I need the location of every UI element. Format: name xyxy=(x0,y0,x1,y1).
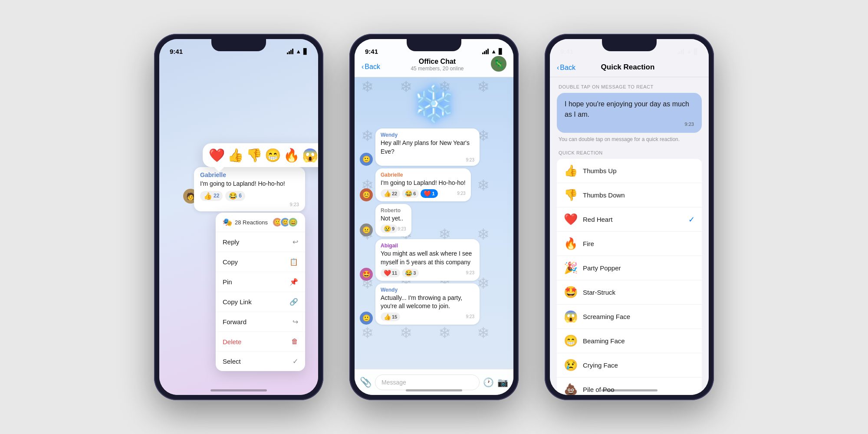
qr-item-redheart[interactable]: ❤️ Red Heart ✓ xyxy=(557,207,702,232)
menu-forward[interactable]: Forward ↪ xyxy=(216,312,305,332)
signal-bars-2 xyxy=(482,49,489,54)
attach-icon[interactable]: 📎 xyxy=(360,377,372,388)
reactions-roberto: 😢9 xyxy=(381,224,398,233)
back-button-3[interactable]: ‹ Back xyxy=(557,64,575,72)
menu-copylink[interactable]: Copy Link 🔗 xyxy=(216,292,305,312)
reaction-heart-a[interactable]: ❤️11 xyxy=(381,269,400,277)
label-scream: Screaming Face xyxy=(583,313,630,320)
reaction-thumbsdown[interactable]: 👎 xyxy=(246,148,262,163)
emoji-fire: 🔥 xyxy=(564,237,578,250)
avatar-abigail: 🤩 xyxy=(360,268,373,281)
avatar-roberto: 😐 xyxy=(360,224,373,237)
check-icon-heart: ✓ xyxy=(688,215,695,224)
label-starstruck: Star-Struck xyxy=(583,289,615,296)
status-icons-2: ▲ ▊ xyxy=(482,48,503,55)
emoji-picker[interactable]: ❤️ 👍 👎 😁 🔥 😱 ⚡ xyxy=(203,143,318,167)
msg-group: Wendy Hey all! Any plans for New Year's … xyxy=(375,128,480,166)
reactions-wendy-2: 👍15 xyxy=(381,312,400,321)
reaction-grin[interactable]: 😁 xyxy=(265,148,281,163)
reaction-scream[interactable]: 😱 xyxy=(302,148,318,163)
reaction-fire[interactable]: 🔥 xyxy=(283,148,299,163)
chat-messages: ❄️ 🙂 Wendy Hey all! Any plans for New Ye… xyxy=(355,77,513,369)
reaction-badge-thumbsup[interactable]: 👍22 xyxy=(200,191,223,201)
clock-icon[interactable]: 🕐 xyxy=(483,377,494,388)
context-menu: 🎭 28 Reactions 🙂 😊 😀 Reply ↩ Copy 📋 xyxy=(216,213,305,371)
chat-title-group: Office Chat 45 members, 20 online xyxy=(384,58,491,72)
menu-select-label: Select xyxy=(223,358,241,365)
reaction-thumbsup-g[interactable]: 👍22 xyxy=(381,189,400,198)
emoji-thumbsdown: 👎 xyxy=(564,188,578,202)
phone-1-screen: 9:41 ▲ ▊ ❤️ 👍 👎 😁 🔥 xyxy=(159,39,318,395)
qr-item-scream[interactable]: 😱 Screaming Face xyxy=(557,305,702,329)
reactions-row[interactable]: 🎭 28 Reactions 🙂 😊 😀 xyxy=(216,213,305,232)
menu-copylink-label: Copy Link xyxy=(223,298,252,306)
reaction-thumbsup-w[interactable]: 👍15 xyxy=(381,312,400,321)
label-thumbsdown: Thumbs Down xyxy=(583,191,625,199)
emoji-thumbsup: 👍 xyxy=(564,164,578,178)
chat-name: Office Chat xyxy=(384,58,491,66)
menu-reply-label: Reply xyxy=(223,238,239,246)
msg-bubble-abigail: Abigail You might as well ask where I se… xyxy=(375,239,480,280)
phone-2: ❄❄❄❄ ❄❄❄❄ ❄❄❄❄ ❄❄❄❄ ❄❄❄❄ ❄❄❄❄ ‹ Back Off… xyxy=(349,34,519,400)
chat-avatar[interactable]: 🦎 xyxy=(491,56,506,72)
chat-subtitle: 45 members, 20 online xyxy=(384,66,491,72)
menu-copy[interactable]: Copy 📋 xyxy=(216,252,305,272)
qr-item-beam[interactable]: 😁 Beaming Face xyxy=(557,329,702,353)
message-bubble-1: Gabrielle I'm going to Lapland! Ho-ho-ho… xyxy=(194,167,305,211)
reaction-heart-g[interactable]: ❤️1 xyxy=(421,189,437,198)
reply-icon: ↩ xyxy=(293,238,298,246)
reaction-thumbsup[interactable]: 👍 xyxy=(227,148,243,163)
snowflake-sticker: ❄️ xyxy=(360,83,508,124)
notch-2 xyxy=(407,39,461,51)
qr-item-thumbsdown[interactable]: 👎 Thumbs Down xyxy=(557,183,702,207)
msg-footer-abigail: ❤️11 😂3 9:23 xyxy=(381,269,474,277)
qr-item-cry[interactable]: 😢 Crying Face xyxy=(557,353,702,378)
qr-item-fire[interactable]: 🔥 Fire xyxy=(557,232,702,256)
reaction-badge-laugh[interactable]: 😂6 xyxy=(225,191,245,201)
back-button-2[interactable]: ‹ Back xyxy=(362,63,380,72)
link-icon: 🔗 xyxy=(289,298,298,306)
menu-select[interactable]: Select ✓ xyxy=(216,352,305,371)
menu-copy-label: Copy xyxy=(223,258,238,266)
msg-group: Wendy Actually... I'm throwing a party, … xyxy=(375,283,480,325)
qr-item-thumbsup[interactable]: 👍 Thumbs Up xyxy=(557,159,702,183)
qr-preview-bubble: I hope you're enjoying your day as much … xyxy=(557,93,702,133)
qr-item-party[interactable]: 🎉 Party Popper xyxy=(557,256,702,280)
message-text-1: I'm going to Lapland! Ho-ho-ho! xyxy=(200,180,299,188)
msg-row-abigail: 🤩 Abigail You might as well ask where I … xyxy=(360,239,508,280)
message-input[interactable]: Message xyxy=(375,375,480,390)
notch-1 xyxy=(211,39,266,51)
menu-delete-label: Delete xyxy=(223,338,241,345)
msg-bubble-gabrielle: Gabrielle I'm going to Lapland! Ho-ho-ho… xyxy=(375,168,471,201)
copy-icon: 📋 xyxy=(289,258,298,266)
menu-delete[interactable]: Delete 🗑 xyxy=(216,332,305,352)
reaction-cry-r[interactable]: 😢9 xyxy=(381,224,398,233)
select-icon: ✓ xyxy=(293,357,298,365)
msg-sender-wendy-2: Wendy xyxy=(381,287,474,293)
reaction-heart[interactable]: ❤️ xyxy=(209,148,225,163)
qr-item-starstruck[interactable]: 🤩 Star-Struck xyxy=(557,280,702,305)
qr-reaction-list: 👍 Thumbs Up 👎 Thumbs Down ❤️ Red xyxy=(557,159,702,395)
menu-reply[interactable]: Reply ↩ xyxy=(216,232,305,252)
phones-container: 9:41 ▲ ▊ ❤️ 👍 👎 😁 🔥 xyxy=(0,25,868,409)
msg-row-roberto: 😐 Roberto Not yet.. 😢9 9:23 xyxy=(360,204,508,237)
signal-bars-1 xyxy=(287,49,293,54)
pin-icon: 📌 xyxy=(289,278,298,286)
home-indicator-2 xyxy=(406,389,462,391)
emoji-scream: 😱 xyxy=(564,310,578,323)
delete-icon: 🗑 xyxy=(291,338,298,345)
status-time-2: 9:41 xyxy=(365,48,378,55)
emoji-poo: 💩 xyxy=(564,383,578,395)
label-fire: Fire xyxy=(583,240,594,247)
menu-pin[interactable]: Pin 📌 xyxy=(216,272,305,292)
camera-icon[interactable]: 📷 xyxy=(497,377,508,388)
reaction-laugh-a[interactable]: 😂3 xyxy=(402,269,419,277)
msg-bubble-roberto: Roberto Not yet.. 😢9 9:23 xyxy=(375,204,411,237)
input-icons: 🕐 📷 xyxy=(483,377,508,388)
avatar-wendy-2: 🙂 xyxy=(360,312,373,325)
msg-sender-roberto: Roberto xyxy=(381,207,406,214)
qr-item-poo[interactable]: 💩 Pile of Poo xyxy=(557,378,702,395)
msg-sender-wendy-1: Wendy xyxy=(381,132,474,138)
reaction-laugh-g[interactable]: 😂6 xyxy=(402,189,419,198)
status-icons-1: ▲ ▊ xyxy=(287,48,308,55)
